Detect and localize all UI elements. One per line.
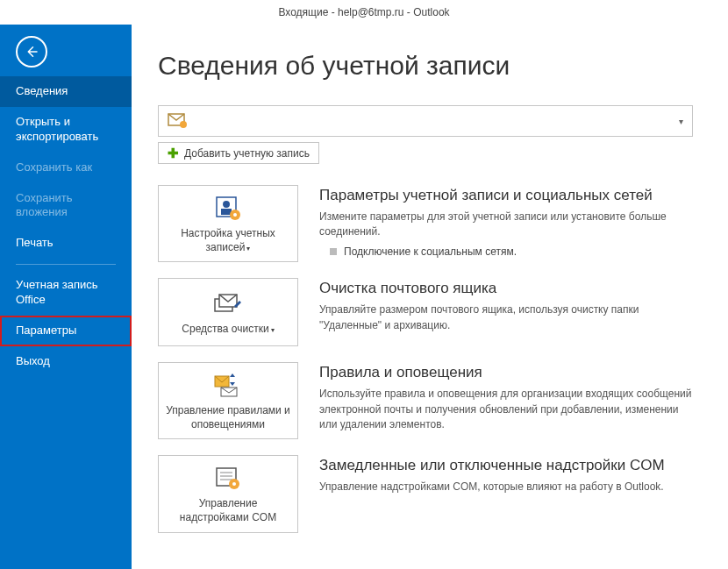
svg-point-16 [232, 482, 236, 486]
section-heading: Правила и оповещения [319, 364, 693, 381]
sidebar-item-options[interactable]: Параметры [0, 316, 132, 346]
section-heading: Замедленные или отключенные надстройки C… [319, 457, 693, 474]
bullet-label: Подключение к социальным сетям. [344, 245, 517, 258]
addins-icon [213, 465, 243, 493]
sidebar-item-open-export[interactable]: Открыть и экспортировать [0, 107, 132, 153]
sidebar-item-label: Сохранить вложения [16, 191, 73, 219]
com-addins-button[interactable]: Управление надстройками COM [158, 455, 298, 532]
sidebar-item-label: Выход [16, 354, 50, 367]
section-text: Замедленные или отключенные надстройки C… [319, 455, 693, 532]
section-desc: Используйте правила и оповещения для орг… [319, 387, 693, 432]
sidebar-item-label: Параметры [16, 324, 76, 337]
sidebar-item-save-attachments: Сохранить вложения [0, 183, 132, 229]
main-container: Сведения Открыть и экспортировать Сохран… [0, 25, 728, 569]
section-desc: Измените параметры для этой учетной запи… [319, 210, 693, 240]
sidebar: Сведения Открыть и экспортировать Сохран… [0, 25, 132, 569]
button-label: Настройка учетных записей▾ [166, 227, 290, 254]
section-text: Очистка почтового ящика Управляйте разме… [319, 278, 693, 346]
sidebar-separator [16, 264, 116, 265]
section-text: Параметры учетной записи и социальных се… [319, 185, 693, 262]
section-account-settings: Настройка учетных записей▾ Параметры уче… [158, 185, 693, 262]
rules-icon [212, 372, 244, 400]
section-heading: Параметры учетной записи и социальных се… [319, 187, 693, 204]
account-settings-button[interactable]: Настройка учетных записей▾ [158, 185, 298, 262]
chevron-down-icon: ▾ [679, 117, 683, 126]
add-account-button[interactable]: ✚ Добавить учетную запись [158, 142, 319, 164]
sidebar-item-exit[interactable]: Выход [0, 346, 132, 377]
social-connect-item[interactable]: Подключение к социальным сетям. [319, 245, 693, 258]
section-cleanup: Средства очистки▾ Очистка почтового ящик… [158, 278, 693, 346]
rules-alerts-button[interactable]: Управление правилами и оповещениями [158, 362, 298, 439]
sidebar-item-label: Сведения [16, 84, 68, 97]
svg-point-1 [180, 121, 187, 128]
cleanup-tools-button[interactable]: Средства очистки▾ [158, 278, 298, 346]
sidebar-item-info[interactable]: Сведения [0, 76, 132, 107]
button-label: Управление правилами и оповещениями [166, 404, 290, 431]
plus-icon: ✚ [168, 146, 179, 160]
content-area: Сведения об учетной записи ▾ ✚ Добавить … [132, 25, 728, 569]
section-rules: Управление правилами и оповещениями Прав… [158, 362, 693, 439]
sidebar-item-label: Печать [16, 236, 54, 249]
account-dropdown[interactable]: ▾ [158, 105, 693, 137]
section-desc: Управляйте размером почтового ящика, исп… [319, 302, 693, 333]
sidebar-item-print[interactable]: Печать [0, 228, 132, 259]
bullet-square-icon [330, 248, 337, 255]
section-text: Правила и оповещения Используйте правила… [319, 362, 693, 439]
cleanup-icon [213, 290, 243, 318]
sidebar-item-label: Учетная запись Office [16, 278, 98, 306]
window-title: Входящие - help@6tmp.ru - Outlook [278, 6, 449, 18]
sidebar-item-label: Открыть и экспортировать [16, 115, 98, 143]
button-label: Управление надстройками COM [166, 497, 290, 524]
section-desc: Управление надстройками COM, которые вли… [319, 480, 693, 494]
user-gear-icon [213, 195, 243, 223]
add-account-label: Добавить учетную запись [184, 147, 310, 160]
sidebar-item-label: Сохранить как [16, 160, 92, 174]
section-com-addins: Управление надстройками COM Замедленные … [158, 455, 693, 532]
section-heading: Очистка почтового ящика [319, 280, 693, 297]
back-arrow-icon [24, 44, 39, 60]
envelope-icon [168, 112, 189, 130]
button-label: Средства очистки▾ [182, 323, 274, 337]
sidebar-item-office-account[interactable]: Учетная запись Office [0, 270, 132, 316]
back-button[interactable] [16, 36, 47, 68]
sidebar-item-save-as: Сохранить как [0, 153, 132, 183]
svg-point-6 [233, 213, 237, 217]
svg-point-3 [223, 201, 230, 208]
window-titlebar: Входящие - help@6tmp.ru - Outlook [0, 0, 728, 25]
page-title: Сведения об учетной записи [158, 51, 693, 81]
